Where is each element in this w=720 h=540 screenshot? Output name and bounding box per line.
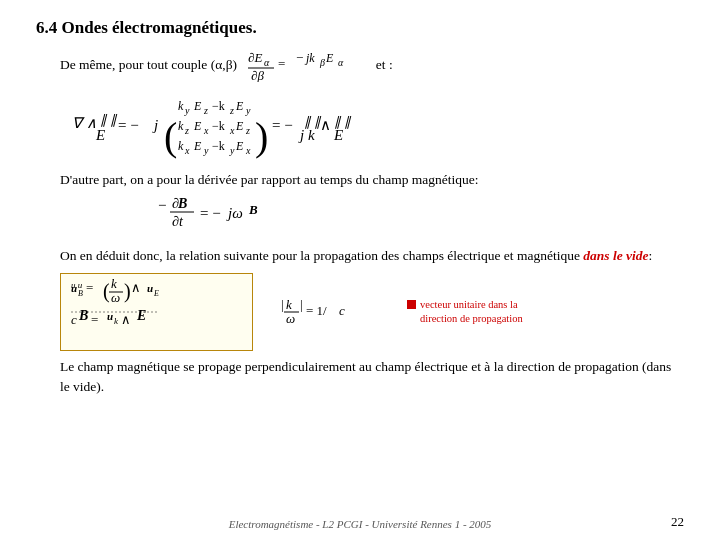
svg-text:|: | <box>300 297 303 312</box>
svg-text:E: E <box>136 308 146 323</box>
page-container: 6.4 Ondes électromagnétiques. De même, p… <box>0 0 720 540</box>
svg-text:jk: jk <box>304 51 315 65</box>
svg-text:E: E <box>193 139 202 153</box>
svg-text:ω: ω <box>286 311 295 325</box>
svg-text:j k: j k <box>298 127 315 143</box>
svg-text:∂t: ∂t <box>172 214 184 229</box>
formula-nabla-e: ∇ ∧ ∥ ∥ E = − j ( k y E z −k z E y k z E… <box>72 88 502 160</box>
svg-text:∧: ∧ <box>121 312 131 327</box>
para1-text: De même, pour tout couple (α,β) <box>60 57 237 72</box>
footer-text: Electromagnétisme - L2 PCGI - Université… <box>229 518 492 530</box>
boxed-formulas: u B = ( k ω ) ∧ u E u u c B = u k <box>60 273 253 351</box>
svg-text:x: x <box>229 125 235 136</box>
svg-text:y: y <box>245 105 251 116</box>
paragraph-2: D'autre part, on a pour la dérivée par r… <box>60 170 684 190</box>
svg-text:= −: = − <box>118 117 139 133</box>
title-number: 6.4 <box>36 18 57 37</box>
svg-text:E: E <box>235 99 244 113</box>
k-omega-formula: | k ω | = 1/ c <box>279 295 379 329</box>
para4-text: Le champ magnétique se propage perpendic… <box>60 359 671 394</box>
paragraph-4: Le champ magnétique se propage perpendic… <box>60 357 684 398</box>
svg-text:=: = <box>91 312 98 327</box>
svg-text:ω: ω <box>111 290 120 305</box>
page-number: 22 <box>671 514 684 530</box>
svg-text:E: E <box>193 119 202 133</box>
svg-text:k: k <box>178 139 184 153</box>
note-block: vecteur unitaire dans la direction de pr… <box>407 298 527 325</box>
formula-db-dt: − ∂ B ∂t = − jω B <box>156 196 316 238</box>
svg-text:E: E <box>235 119 244 133</box>
svg-text:−k: −k <box>212 139 225 153</box>
para3-red: dans le vide <box>583 248 648 263</box>
formula-b-equations: u B = ( k ω ) ∧ u E u u c B = u k <box>69 278 244 342</box>
para2-text: D'autre part, on a pour la dérivée par r… <box>60 172 479 187</box>
para3-end: : <box>649 248 653 263</box>
main-equations-block: u B = ( k ω ) ∧ u E u u c B = u k <box>60 273 684 351</box>
svg-text:(: ( <box>164 114 177 159</box>
svg-text:x: x <box>245 145 251 156</box>
svg-text:j: j <box>152 117 158 133</box>
paragraph-1: De même, pour tout couple (α,β) ∂E α ∂β … <box>60 50 684 82</box>
svg-text:k: k <box>178 99 184 113</box>
svg-text:β: β <box>319 57 325 68</box>
db-dt-equation: − ∂ B ∂t = − jω B <box>156 196 684 242</box>
formula-k-over-omega: | k ω | = 1/ c <box>279 295 379 325</box>
svg-text:α: α <box>338 57 344 68</box>
svg-text:= 1/: = 1/ <box>306 303 327 318</box>
svg-text:= −: = − <box>200 205 221 221</box>
svg-text:B: B <box>78 308 88 323</box>
svg-text:(: ( <box>103 280 110 303</box>
para1-et: et : <box>376 57 393 72</box>
svg-text:E: E <box>193 99 202 113</box>
svg-text:=: = <box>86 280 93 295</box>
svg-text:B: B <box>78 289 83 298</box>
note-text: vecteur unitaire dans la direction de pr… <box>420 298 527 325</box>
svg-text:∥ ∥: ∥ ∥ <box>100 112 118 127</box>
svg-text:u  u: u u <box>71 280 83 290</box>
svg-text:B: B <box>248 202 258 217</box>
svg-text:−k: −k <box>212 99 225 113</box>
svg-text:c: c <box>71 312 77 327</box>
title-text: Ondes électromagnétiques. <box>62 18 257 37</box>
svg-text:E: E <box>153 289 159 298</box>
svg-text:∧: ∧ <box>131 280 141 295</box>
page-number-text: 22 <box>671 514 684 529</box>
note-icon <box>407 300 416 309</box>
section-title: 6.4 Ondes électromagnétiques. <box>36 18 684 38</box>
svg-text:−: − <box>158 197 166 213</box>
svg-text:−: − <box>296 50 303 65</box>
para3-start: On en déduit donc, la relation suivante … <box>60 248 583 263</box>
svg-text:z: z <box>245 125 250 136</box>
matrix-equation: ∇ ∧ ∥ ∥ E = − j ( k y E z −k z E y k z E… <box>72 88 684 164</box>
svg-text:): ) <box>124 280 131 303</box>
svg-text:z: z <box>184 125 189 136</box>
svg-text:=: = <box>278 56 285 71</box>
footer: Electromagnétisme - L2 PCGI - Université… <box>0 518 720 530</box>
svg-text:−k: −k <box>212 119 225 133</box>
formula-partial-e: ∂E α ∂β = − jk β E α <box>246 50 356 82</box>
svg-text:|: | <box>281 297 284 312</box>
svg-text:k: k <box>178 119 184 133</box>
svg-text:): ) <box>255 114 268 159</box>
svg-text:= −: = − <box>272 117 293 133</box>
svg-text:u: u <box>147 282 153 294</box>
svg-text:B: B <box>177 196 187 211</box>
svg-text:k: k <box>286 297 292 312</box>
svg-text:x: x <box>203 125 209 136</box>
svg-text:∂β: ∂β <box>251 68 264 82</box>
svg-text:E: E <box>325 51 334 65</box>
svg-text:∂E: ∂E <box>248 50 262 65</box>
svg-text:jω: jω <box>226 205 243 221</box>
svg-text:z: z <box>203 105 208 116</box>
svg-text:y: y <box>184 105 190 116</box>
svg-text:y: y <box>229 145 235 156</box>
svg-text:α: α <box>264 57 270 68</box>
svg-text:y: y <box>203 145 209 156</box>
svg-text:∧: ∧ <box>320 117 331 133</box>
svg-text:∇ ∧: ∇ ∧ <box>72 115 97 131</box>
svg-text:E: E <box>95 127 105 143</box>
paragraph-3: On en déduit donc, la relation suivante … <box>60 246 684 266</box>
svg-text:z: z <box>229 105 234 116</box>
svg-text:E: E <box>235 139 244 153</box>
svg-text:x: x <box>184 145 190 156</box>
